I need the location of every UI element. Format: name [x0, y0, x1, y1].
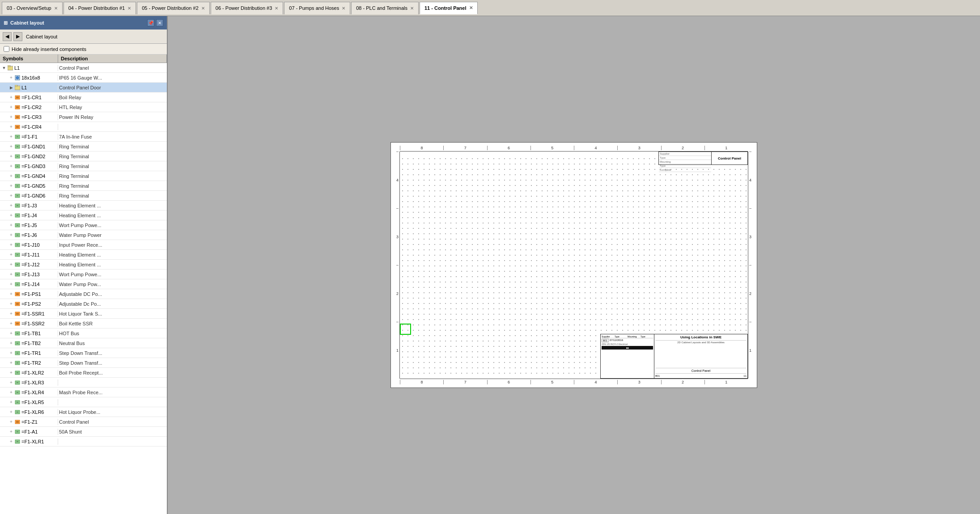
expand-icon[interactable]: ▼ — [1, 65, 7, 71]
tree-row[interactable]: +=F1-XLR4Mash Probe Rece... — [0, 388, 167, 397]
forward-button[interactable]: ▶ — [13, 32, 22, 41]
expand-icon[interactable]: + — [8, 153, 14, 160]
expand-icon[interactable]: + — [8, 438, 14, 445]
tab-03-close[interactable]: ✕ — [54, 6, 58, 11]
expand-icon[interactable]: + — [8, 212, 14, 219]
expand-icon[interactable]: + — [8, 104, 14, 110]
tree-row[interactable]: +=F1-XLR2Boil Probe Recept... — [0, 368, 167, 378]
tab-08[interactable]: 08 - PLC and Terminals ✕ — [351, 2, 419, 14]
tree-row[interactable]: +=F1-J13Wort Pump Powe... — [0, 270, 167, 279]
tab-06-close[interactable]: ✕ — [275, 6, 278, 11]
tree-row[interactable]: +=F1-CR1Boil Relay — [0, 93, 167, 102]
tree-row[interactable]: +=F1-XLR1 — [0, 437, 167, 447]
tree-row[interactable]: +18x16x8IP65 16 Gauge W... — [0, 73, 167, 83]
tab-08-close[interactable]: ✕ — [410, 6, 414, 11]
tree-row[interactable]: +=F1-GND6Ring Terminal — [0, 191, 167, 201]
tree-row[interactable]: +=F1-CR2HTL Relay — [0, 102, 167, 112]
expand-icon[interactable]: + — [8, 271, 14, 278]
tree-row[interactable]: +=F1-SSR1Hot Liquor Tank S... — [0, 309, 167, 319]
expand-icon[interactable]: + — [8, 360, 14, 366]
expand-icon[interactable]: + — [8, 193, 14, 199]
tree-row[interactable]: +=F1-J14Water Pump Pow... — [0, 279, 167, 289]
tree-row[interactable]: +=F1-Z1Control Panel — [0, 417, 167, 427]
tree-row[interactable]: +=F1-J4Heating Element ... — [0, 211, 167, 220]
expand-icon[interactable]: + — [8, 183, 14, 189]
tab-05[interactable]: 05 - Power Distribution #2 ✕ — [137, 2, 210, 14]
expand-icon[interactable]: + — [8, 75, 14, 81]
tab-11[interactable]: 11 - Control Panel ✕ — [420, 2, 478, 14]
tab-04[interactable]: 04 - Power Distribution #1 ✕ — [64, 2, 136, 14]
expand-icon[interactable]: + — [8, 370, 14, 376]
expand-icon[interactable]: + — [8, 350, 14, 356]
tree-row[interactable]: +=F1-TR1Step Down Transf... — [0, 348, 167, 358]
tree-row[interactable]: +=F1-PS2Adjustable Dc Po... — [0, 299, 167, 309]
expand-icon[interactable]: + — [8, 311, 14, 317]
tree-row[interactable]: +=F1-GND3Ring Terminal — [0, 161, 167, 171]
expand-icon[interactable]: + — [8, 379, 14, 386]
tab-07[interactable]: 07 - Pumps and Hoses ✕ — [284, 2, 350, 14]
expand-icon[interactable]: + — [8, 114, 14, 120]
tree-row[interactable]: +=F1-J6Water Pump Power — [0, 230, 167, 240]
expand-icon[interactable]: + — [8, 261, 14, 268]
tree-row[interactable]: +=F1-J10Input Power Rece... — [0, 240, 167, 250]
expand-icon[interactable]: + — [8, 291, 14, 297]
tree-row[interactable]: +=F1-XLR5 — [0, 397, 167, 407]
tree-row[interactable]: +=F1-TB1HOT Bus — [0, 329, 167, 338]
tab-07-close[interactable]: ✕ — [342, 6, 345, 11]
drawing-canvas[interactable]: 8 7 6 5 4 3 2 1 8 7 6 5 4 3 2 1 — [390, 142, 757, 388]
tab-04-close[interactable]: ✕ — [127, 6, 131, 11]
pin-button[interactable]: 📌 — [147, 19, 154, 26]
tree-row[interactable]: +=F1-XLR3 — [0, 378, 167, 388]
tree-row[interactable]: +=F1-F17A In-line Fuse — [0, 132, 167, 142]
tree-row[interactable]: +=F1-GND2Ring Terminal — [0, 152, 167, 161]
tree-row[interactable]: +=F1-XLR6Hot Liquor Probe... — [0, 407, 167, 417]
expand-icon[interactable]: + — [8, 281, 14, 287]
expand-icon[interactable]: ▶ — [8, 84, 14, 91]
tree-row[interactable]: +=F1-GND1Ring Terminal — [0, 142, 167, 152]
expand-icon[interactable]: + — [8, 124, 14, 130]
tree-row[interactable]: +=F1-GND4Ring Terminal — [0, 171, 167, 181]
tree-row[interactable]: +=F1-CR3Power IN Relay — [0, 112, 167, 122]
expand-icon[interactable]: + — [8, 419, 14, 425]
expand-icon[interactable]: + — [8, 232, 14, 238]
expand-icon[interactable]: + — [8, 242, 14, 248]
tree-row[interactable]: ▼L1Control Panel — [0, 63, 167, 73]
expand-icon[interactable]: + — [8, 134, 14, 140]
hide-checkbox[interactable] — [4, 46, 9, 52]
tree-row[interactable]: +=F1-SSR2Boil Kettle SSR — [0, 319, 167, 329]
expand-icon[interactable]: + — [8, 389, 14, 396]
tree-row[interactable]: +=F1-CR4 — [0, 122, 167, 132]
tree-row[interactable]: +=F1-J11Heating Element ... — [0, 250, 167, 260]
expand-icon[interactable]: + — [8, 94, 14, 101]
expand-icon[interactable]: + — [8, 202, 14, 209]
tree-row[interactable]: +=F1-TB2Neutral Bus — [0, 338, 167, 348]
tree-row[interactable]: +=F1-A150A Shunt — [0, 427, 167, 437]
tab-03[interactable]: 03 - Overview/Setup ✕ — [2, 2, 63, 14]
tree-row[interactable]: +=F1-PS1Adjustable DC Po... — [0, 289, 167, 299]
expand-icon[interactable]: + — [8, 163, 14, 169]
expand-icon[interactable]: + — [8, 222, 14, 228]
close-panel-button[interactable]: ✕ — [156, 19, 163, 26]
tree-row[interactable]: +=F1-J5Wort Pump Powe... — [0, 220, 167, 230]
expand-icon[interactable]: + — [8, 301, 14, 307]
tab-06[interactable]: 06 - Power Distribution #3 ✕ — [211, 2, 284, 14]
expand-icon[interactable]: + — [8, 173, 14, 179]
expand-icon[interactable]: + — [8, 330, 14, 337]
tree-row[interactable]: +=F1-J12Heating Element ... — [0, 260, 167, 270]
tree-cell-desc: 50A Shunt — [58, 429, 167, 434]
tree-row[interactable]: +=F1-J3Heating Element ... — [0, 201, 167, 211]
tab-11-close[interactable]: ✕ — [469, 5, 473, 10]
expand-icon[interactable]: + — [8, 320, 14, 327]
tree-row[interactable]: ▶L1Control Panel Door — [0, 83, 167, 93]
tree-row[interactable]: +=F1-TR2Step Down Transf... — [0, 358, 167, 368]
expand-icon[interactable]: + — [8, 429, 14, 435]
expand-icon[interactable]: + — [8, 340, 14, 346]
expand-icon[interactable]: + — [8, 409, 14, 415]
tree-row[interactable]: +=F1-GND5Ring Terminal — [0, 181, 167, 191]
expand-icon[interactable]: + — [8, 143, 14, 150]
expand-icon[interactable]: + — [8, 399, 14, 405]
tree-table[interactable]: Symbols Description ▼L1Control Panel+18x… — [0, 55, 167, 514]
expand-icon[interactable]: + — [8, 252, 14, 258]
tab-05-close[interactable]: ✕ — [201, 6, 205, 11]
back-button[interactable]: ◀ — [3, 32, 12, 41]
